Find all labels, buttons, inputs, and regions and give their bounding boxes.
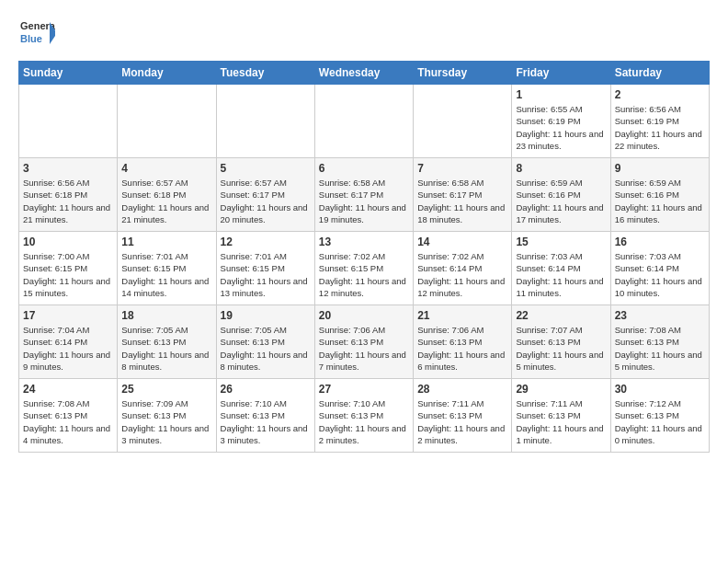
calendar-week-row: 1Sunrise: 6:55 AM Sunset: 6:19 PM Daylig… [19,85,710,158]
day-info: Sunrise: 6:57 AM Sunset: 6:17 PM Dayligh… [221,177,311,225]
day-info: Sunrise: 7:09 AM Sunset: 6:13 PM Dayligh… [121,397,211,446]
day-info: Sunrise: 7:01 AM Sunset: 6:15 PM Dayligh… [221,250,311,299]
day-number: 22 [516,309,606,322]
day-info: Sunrise: 7:08 AM Sunset: 6:13 PM Dayligh… [23,397,113,446]
page: General Blue SundayMondayTuesdayWednesda… [0,0,728,462]
day-info: Sunrise: 7:05 AM Sunset: 6:13 PM Dayligh… [221,324,311,373]
calendar-cell: 23Sunrise: 7:08 AM Sunset: 6:13 PM Dayli… [610,305,709,379]
day-info: Sunrise: 7:05 AM Sunset: 6:13 PM Dayligh… [121,324,211,373]
day-number: 19 [221,309,311,322]
day-number: 10 [23,236,113,248]
weekday-header: Monday [118,62,216,85]
day-number: 18 [121,309,211,322]
day-number: 27 [319,383,409,396]
calendar-cell: 18Sunrise: 7:05 AM Sunset: 6:13 PM Dayli… [118,305,216,379]
day-info: Sunrise: 6:57 AM Sunset: 6:18 PM Dayligh… [121,177,211,225]
day-number: 24 [23,383,113,396]
calendar-cell [118,85,216,158]
calendar-cell: 20Sunrise: 7:06 AM Sunset: 6:13 PM Dayli… [314,305,413,379]
calendar-cell: 12Sunrise: 7:01 AM Sunset: 6:15 PM Dayli… [216,232,314,305]
day-info: Sunrise: 7:00 AM Sunset: 6:15 PM Dayligh… [23,250,113,299]
calendar-week-row: 3Sunrise: 6:56 AM Sunset: 6:18 PM Daylig… [19,158,710,232]
day-info: Sunrise: 7:01 AM Sunset: 6:15 PM Dayligh… [121,250,211,299]
day-info: Sunrise: 7:08 AM Sunset: 6:13 PM Dayligh… [615,324,705,373]
calendar-cell: 5Sunrise: 6:57 AM Sunset: 6:17 PM Daylig… [216,158,314,232]
calendar-cell: 1Sunrise: 6:55 AM Sunset: 6:19 PM Daylig… [512,85,610,158]
day-number: 1 [516,88,606,101]
day-info: Sunrise: 7:07 AM Sunset: 6:13 PM Dayligh… [516,324,606,373]
calendar-cell: 6Sunrise: 6:58 AM Sunset: 6:17 PM Daylig… [314,158,413,232]
calendar-cell: 17Sunrise: 7:04 AM Sunset: 6:14 PM Dayli… [19,305,118,379]
calendar-cell: 24Sunrise: 7:08 AM Sunset: 6:13 PM Dayli… [19,379,118,453]
day-number: 25 [121,383,211,396]
day-number: 7 [417,162,507,175]
header: General Blue [18,15,710,52]
calendar-cell: 8Sunrise: 6:59 AM Sunset: 6:16 PM Daylig… [512,158,610,232]
day-number: 9 [615,162,705,175]
day-number: 28 [417,383,507,396]
calendar-cell: 14Sunrise: 7:02 AM Sunset: 6:14 PM Dayli… [414,232,512,305]
day-info: Sunrise: 6:58 AM Sunset: 6:17 PM Dayligh… [417,177,507,225]
calendar-cell: 10Sunrise: 7:00 AM Sunset: 6:15 PM Dayli… [19,232,118,305]
calendar-cell: 4Sunrise: 6:57 AM Sunset: 6:18 PM Daylig… [118,158,216,232]
day-number: 8 [516,162,606,175]
calendar-cell [414,85,512,158]
day-number: 30 [615,383,705,396]
weekday-header: Sunday [19,62,118,85]
day-info: Sunrise: 6:59 AM Sunset: 6:16 PM Dayligh… [615,177,705,225]
weekday-header: Saturday [610,62,709,85]
calendar-cell [314,85,413,158]
calendar-cell: 16Sunrise: 7:03 AM Sunset: 6:14 PM Dayli… [610,232,709,305]
day-info: Sunrise: 7:11 AM Sunset: 6:13 PM Dayligh… [516,397,606,446]
calendar-cell: 21Sunrise: 7:06 AM Sunset: 6:13 PM Dayli… [414,305,512,379]
logo-svg: General Blue [18,15,55,52]
day-info: Sunrise: 6:58 AM Sunset: 6:17 PM Dayligh… [319,177,409,225]
calendar-cell: 26Sunrise: 7:10 AM Sunset: 6:13 PM Dayli… [216,379,314,453]
day-info: Sunrise: 6:56 AM Sunset: 6:18 PM Dayligh… [23,177,113,225]
day-number: 21 [417,309,507,322]
day-info: Sunrise: 6:55 AM Sunset: 6:19 PM Dayligh… [516,103,606,152]
weekday-header: Thursday [414,62,512,85]
calendar-cell: 22Sunrise: 7:07 AM Sunset: 6:13 PM Dayli… [512,305,610,379]
day-info: Sunrise: 7:02 AM Sunset: 6:15 PM Dayligh… [319,250,409,299]
calendar-cell: 11Sunrise: 7:01 AM Sunset: 6:15 PM Dayli… [118,232,216,305]
weekday-header: Tuesday [216,62,314,85]
calendar-cell: 28Sunrise: 7:11 AM Sunset: 6:13 PM Dayli… [414,379,512,453]
day-info: Sunrise: 7:10 AM Sunset: 6:13 PM Dayligh… [221,397,311,446]
day-info: Sunrise: 7:03 AM Sunset: 6:14 PM Dayligh… [615,250,705,299]
day-number: 17 [23,309,113,322]
day-number: 3 [23,162,113,175]
day-number: 23 [615,309,705,322]
weekday-header: Friday [512,62,610,85]
calendar-cell: 15Sunrise: 7:03 AM Sunset: 6:14 PM Dayli… [512,232,610,305]
day-number: 2 [615,88,705,101]
calendar-cell: 9Sunrise: 6:59 AM Sunset: 6:16 PM Daylig… [610,158,709,232]
weekday-header-row: SundayMondayTuesdayWednesdayThursdayFrid… [19,62,710,85]
day-number: 29 [516,383,606,396]
calendar-cell [216,85,314,158]
day-number: 15 [516,236,606,248]
calendar-cell: 13Sunrise: 7:02 AM Sunset: 6:15 PM Dayli… [314,232,413,305]
day-info: Sunrise: 7:11 AM Sunset: 6:13 PM Dayligh… [417,397,507,446]
calendar-cell [19,85,118,158]
day-info: Sunrise: 6:56 AM Sunset: 6:19 PM Dayligh… [615,103,705,152]
day-info: Sunrise: 7:12 AM Sunset: 6:13 PM Dayligh… [615,397,705,446]
calendar-cell: 19Sunrise: 7:05 AM Sunset: 6:13 PM Dayli… [216,305,314,379]
logo: General Blue [18,15,55,52]
calendar-cell: 29Sunrise: 7:11 AM Sunset: 6:13 PM Dayli… [512,379,610,453]
calendar-cell: 7Sunrise: 6:58 AM Sunset: 6:17 PM Daylig… [414,158,512,232]
day-number: 4 [121,162,211,175]
day-info: Sunrise: 7:10 AM Sunset: 6:13 PM Dayligh… [319,397,409,446]
svg-text:Blue: Blue [20,33,42,44]
calendar-cell: 30Sunrise: 7:12 AM Sunset: 6:13 PM Dayli… [610,379,709,453]
day-info: Sunrise: 7:06 AM Sunset: 6:13 PM Dayligh… [417,324,507,373]
day-number: 14 [417,236,507,248]
calendar-week-row: 10Sunrise: 7:00 AM Sunset: 6:15 PM Dayli… [19,232,710,305]
day-info: Sunrise: 7:02 AM Sunset: 6:14 PM Dayligh… [417,250,507,299]
day-info: Sunrise: 6:59 AM Sunset: 6:16 PM Dayligh… [516,177,606,225]
day-info: Sunrise: 7:03 AM Sunset: 6:14 PM Dayligh… [516,250,606,299]
day-number: 11 [121,236,211,248]
calendar-cell: 3Sunrise: 6:56 AM Sunset: 6:18 PM Daylig… [19,158,118,232]
calendar-cell: 27Sunrise: 7:10 AM Sunset: 6:13 PM Dayli… [314,379,413,453]
day-number: 13 [319,236,409,248]
